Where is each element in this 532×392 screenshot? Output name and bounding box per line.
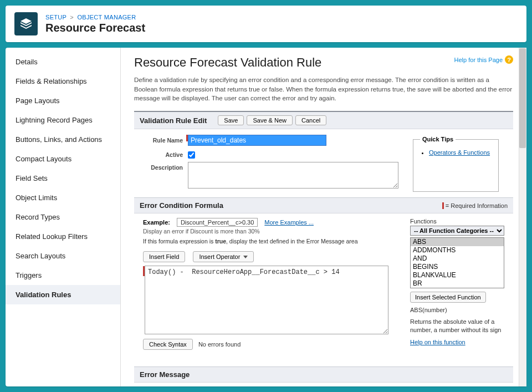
help-icon: ? — [505, 55, 513, 64]
formula-hint: If this formula expression is true, disp… — [143, 238, 403, 245]
sidebar-item-details[interactable]: Details — [6, 52, 120, 72]
sidebar-item-search-layouts[interactable]: Search Layouts — [6, 246, 120, 266]
check-syntax-button[interactable]: Check Syntax — [143, 339, 193, 350]
function-item-begins[interactable]: BEGINS — [411, 263, 504, 271]
function-signature: ABS(number) — [410, 306, 504, 314]
breadcrumb-setup[interactable]: SETUP — [45, 14, 66, 21]
operators-functions-link[interactable]: Operators & Functions — [429, 149, 490, 156]
page-title: Resource Forecast — [45, 22, 145, 34]
sidebar-item-validation-rules[interactable]: Validation Rules — [6, 285, 120, 304]
rule-name-label: Rule Name — [143, 135, 186, 144]
rule-name-input[interactable] — [188, 135, 326, 146]
formula-section-header: Error Condition Formula = Required Infor… — [134, 197, 513, 213]
quick-tips-panel: Quick Tips Operators & Functions — [413, 136, 499, 192]
function-item-and[interactable]: AND — [411, 254, 504, 263]
example-note: Display an error if Discount is more tha… — [143, 228, 403, 235]
breadcrumb-object-manager[interactable]: OBJECT MANAGER — [77, 14, 136, 21]
sidebar-item-fields-relationships[interactable]: Fields & Relationships — [6, 72, 120, 91]
sidebar-item-page-layouts[interactable]: Page Layouts — [6, 91, 120, 110]
required-mark-icon — [442, 202, 444, 209]
function-item-br[interactable]: BR — [411, 279, 504, 288]
breadcrumb-sep: > — [70, 14, 74, 21]
function-help-link[interactable]: Help on this function — [410, 339, 504, 345]
sidebar-item-lightning-record-pages[interactable]: Lightning Record Pages — [6, 110, 120, 130]
description-label: Description — [143, 162, 186, 171]
insert-selected-function-button[interactable]: Insert Selected Function — [410, 292, 486, 303]
sidebar-item-triggers[interactable]: Triggers — [6, 266, 120, 285]
chevron-down-icon — [243, 256, 248, 258]
error-message-section-header: Error Message — [134, 366, 513, 383]
sidebar: Details Fields & Relationships Page Layo… — [6, 48, 121, 386]
example-label: Example: — [143, 219, 170, 226]
help-for-page-label: Help for this Page — [454, 57, 503, 63]
rule-title: Resource Forecast Validation Rule — [134, 55, 321, 70]
content: Resource Forecast Validation Rule Help f… — [121, 48, 526, 386]
header-card: SETUP > OBJECT MANAGER Resource Forecast — [6, 6, 526, 42]
formula-section-title: Error Condition Formula — [140, 201, 223, 210]
cancel-button[interactable]: Cancel — [295, 115, 326, 125]
insert-operator-button[interactable]: Insert Operator — [193, 251, 254, 262]
functions-label: Functions — [410, 218, 504, 225]
breadcrumb: SETUP > OBJECT MANAGER — [45, 14, 145, 21]
active-label: Active — [143, 149, 186, 158]
function-item-abs[interactable]: ABS — [411, 238, 504, 246]
main-card: Details Fields & Relationships Page Layo… — [6, 48, 526, 386]
layers-icon — [14, 12, 38, 35]
more-examples-link[interactable]: More Examples ... — [264, 219, 314, 226]
sidebar-item-related-lookup-filters[interactable]: Related Lookup Filters — [6, 227, 120, 246]
formula-textarea[interactable]: Today() - ResourceHeroApp__ForecastDate_… — [145, 266, 388, 334]
description-textarea[interactable] — [188, 162, 398, 189]
save-and-new-button[interactable]: Save & New — [247, 115, 293, 125]
functions-panel: Functions -- All Function Categories -- … — [410, 218, 504, 350]
required-legend: = Required Information — [442, 202, 508, 209]
sidebar-item-record-types[interactable]: Record Types — [6, 207, 120, 227]
insert-operator-label: Insert Operator — [199, 253, 240, 260]
help-for-page-link[interactable]: Help for this Page ? — [454, 55, 513, 64]
required-legend-text: = Required Information — [446, 202, 508, 209]
save-button[interactable]: Save — [218, 115, 244, 125]
insert-field-button[interactable]: Insert Field — [143, 251, 185, 262]
sidebar-item-compact-layouts[interactable]: Compact Layouts — [6, 149, 120, 169]
sidebar-item-object-limits[interactable]: Object Limits — [6, 188, 120, 207]
function-description: Returns the absolute value of a number, … — [410, 318, 504, 334]
scrollbar-thumb[interactable] — [519, 48, 526, 148]
function-item-addmonths[interactable]: ADDMONTHS — [411, 246, 504, 254]
quick-tips-legend: Quick Tips — [420, 136, 456, 142]
edit-section-title: Validation Rule Edit — [140, 116, 207, 125]
example-box: Discount_Percent__c>0.30 — [177, 218, 258, 227]
scrollbar[interactable] — [519, 48, 526, 386]
intro-text: Define a validation rule by specifying a… — [134, 75, 513, 103]
function-item-blankvalue[interactable]: BLANKVALUE — [411, 271, 504, 279]
sidebar-item-field-sets[interactable]: Field Sets — [6, 169, 120, 188]
active-checkbox[interactable] — [188, 151, 195, 159]
error-message-section-title: Error Message — [140, 370, 190, 379]
sidebar-item-buttons-links-actions[interactable]: Buttons, Links, and Actions — [6, 130, 120, 149]
function-list[interactable]: ABS ADDMONTHS AND BEGINS BLANKVALUE BR — [410, 237, 504, 288]
syntax-message: No errors found — [198, 341, 241, 348]
edit-section-header: Validation Rule Edit Save Save & New Can… — [134, 111, 513, 129]
function-category-select[interactable]: -- All Function Categories -- — [410, 226, 504, 236]
